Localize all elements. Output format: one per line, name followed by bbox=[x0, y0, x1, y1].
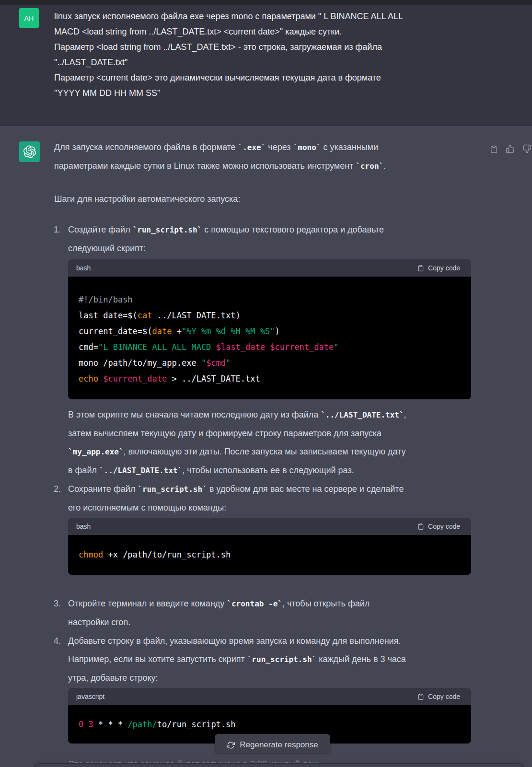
thumbs-up-icon bbox=[506, 144, 515, 153]
refresh-icon bbox=[227, 741, 235, 749]
code-block-header: bash Copy code bbox=[68, 518, 471, 535]
code-line: mono /path/to/my_app.exe "$cmd" bbox=[79, 355, 461, 371]
code-line: echo $current_date > ../LAST_DATE.txt bbox=[79, 371, 461, 387]
user-message-row: AH linux запуск исполняемого файла exe ч… bbox=[0, 5, 532, 126]
code-block-header: javascript Copy code bbox=[68, 688, 471, 705]
code-content: chmod +x /path/to/run_script.sh bbox=[68, 535, 471, 575]
copy-code-button[interactable]: Copy code bbox=[415, 522, 463, 531]
code-block-chmod: bash Copy code chmod +x /path/to/run_scr… bbox=[68, 518, 471, 575]
assistant-message-row: Для запуска исполняемого файла в формате… bbox=[0, 126, 532, 767]
thumbs-up-button[interactable] bbox=[506, 144, 515, 153]
copy-code-label: Copy code bbox=[428, 523, 460, 530]
chat-input[interactable] bbox=[34, 763, 525, 767]
avatar: AH bbox=[19, 8, 39, 28]
code-line: last_date=$(cat ../LAST_DATE.txt) bbox=[79, 308, 461, 324]
code-line: #!/bin/bash bbox=[79, 292, 461, 308]
code-language-label: javascript bbox=[76, 693, 104, 700]
list-item: 2. Сохраните файл `run_script.sh` в удоб… bbox=[54, 480, 483, 517]
code-language-label: bash bbox=[76, 523, 91, 530]
list-item-number: 4. bbox=[54, 632, 66, 650]
code-content: #!/bin/bashlast_date=$(cat ../LAST_DATE.… bbox=[68, 277, 471, 399]
message-actions bbox=[490, 144, 532, 154]
copy-code-button[interactable]: Copy code bbox=[415, 692, 463, 701]
script-explanation-paragraph: В этом скрипте мы сначала читаем последн… bbox=[68, 406, 483, 480]
list-item: 3. Откройте терминал и введите команду `… bbox=[54, 594, 483, 631]
copy-code-label: Copy code bbox=[428, 264, 460, 272]
regenerate-label: Regenerate response bbox=[240, 740, 318, 750]
clipboard-icon bbox=[417, 693, 424, 701]
list-item-number: 3. bbox=[54, 594, 66, 613]
avatar-initials: AH bbox=[24, 14, 34, 22]
code-language-label: bash bbox=[76, 264, 91, 272]
code-block-bash-script: bash Copy code #!/bin/bashlast_date=$(ca… bbox=[68, 259, 471, 399]
assistant-avatar bbox=[19, 141, 40, 162]
steps-heading: Шаги для настройки автоматического запус… bbox=[54, 190, 481, 208]
openai-logo-icon bbox=[23, 145, 36, 159]
copy-message-button[interactable] bbox=[490, 144, 498, 154]
list-item-text: Создайте файл `run_script.sh` с помощью … bbox=[68, 221, 483, 257]
thumbs-down-icon bbox=[522, 144, 532, 153]
list-item-number: 2. bbox=[54, 480, 66, 498]
user-message-text: linux запуск исполняемого файла exe чере… bbox=[54, 9, 481, 101]
copy-code-button[interactable]: Copy code bbox=[415, 264, 463, 273]
code-block-header: bash Copy code bbox=[68, 259, 471, 277]
clipboard-icon bbox=[490, 144, 498, 154]
list-item-text: Сохраните файл `run_script.sh` в удобном… bbox=[68, 480, 483, 517]
list-item-number: 1. bbox=[54, 221, 66, 239]
assistant-intro-paragraph: Для запуска исполняемого файла в формате… bbox=[54, 138, 481, 175]
clipboard-icon bbox=[417, 523, 424, 531]
copy-code-label: Copy code bbox=[428, 693, 460, 700]
thumbs-down-button[interactable] bbox=[522, 144, 532, 153]
list-item: 1. Создайте файл `run_script.sh` с помощ… bbox=[54, 221, 483, 257]
code-line: cmd="L BINANCE ALL ALL MACD $last_date $… bbox=[79, 339, 461, 355]
code-line: 0 3 * * * /path/to/run_script.sh bbox=[79, 717, 461, 732]
list-item-text: Добавьте строку в файл, указывающую врем… bbox=[68, 632, 483, 687]
regenerate-response-button[interactable]: Regenerate response bbox=[215, 734, 330, 755]
code-line: current_date=$(date +"%Y %m %d %H %M %S"… bbox=[79, 324, 461, 339]
list-item: 4. Добавьте строку в файл, указывающую в… bbox=[54, 632, 483, 687]
clipboard-icon bbox=[417, 264, 424, 272]
code-line: chmod +x /path/to/run_script.sh bbox=[79, 547, 461, 563]
list-item-text: Откройте терминал и введите команду `cro… bbox=[68, 594, 483, 631]
